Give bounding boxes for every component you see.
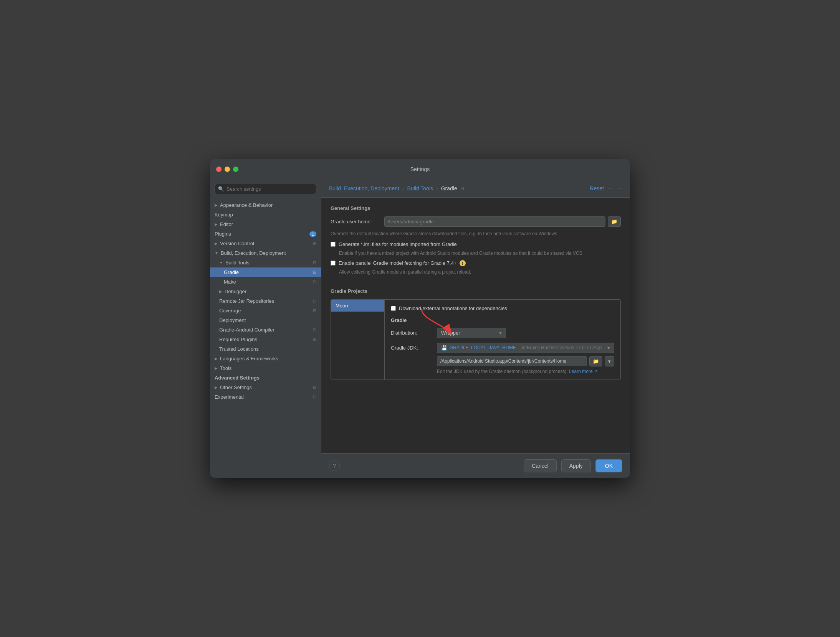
- gradle-user-home-input[interactable]: [384, 216, 605, 227]
- apply-button[interactable]: Apply: [561, 459, 591, 472]
- sidebar-nav: ▶ Appearance & Behavior Keymap ▶ Editor …: [210, 199, 321, 403]
- projects-list: Moon: [331, 300, 385, 380]
- reset-button[interactable]: Reset: [590, 185, 604, 191]
- bottom-bar: ? Cancel Apply OK: [321, 453, 630, 478]
- gradle-jdk-row: Gradle JDK: 💾 GRADLE_LOCAL_JAVA_HOME Jet…: [391, 343, 614, 353]
- project-settings: Download external annotations for depend…: [385, 300, 620, 380]
- repo-icon: ⊟: [313, 270, 316, 275]
- sidebar-item-required-plugins[interactable]: Required Plugins ⊟: [210, 335, 321, 344]
- folder-button[interactable]: 📁: [608, 216, 621, 227]
- gradle-user-home-input-row: 📁: [384, 216, 621, 227]
- ok-button[interactable]: OK: [595, 459, 622, 472]
- content-body: General Settings Gradle user home: 📁 Ove…: [321, 198, 630, 453]
- gradle-subsection-title: Gradle: [391, 317, 614, 323]
- jdk-chevron-icon: ▾: [607, 345, 610, 351]
- sidebar-item-label: Make: [224, 279, 236, 285]
- search-input[interactable]: [227, 186, 313, 192]
- sidebar-item-deployment[interactable]: Deployment: [210, 315, 321, 325]
- distribution-dropdown[interactable]: Wrapper ▾: [437, 328, 506, 338]
- learn-more-link[interactable]: Learn more ↗: [569, 369, 598, 374]
- sidebar-item-keymap[interactable]: Keymap: [210, 210, 321, 219]
- distribution-label: Distribution:: [391, 330, 433, 336]
- sidebar-item-label: Remote Jar Repositories: [219, 298, 274, 304]
- sidebar-item-tools[interactable]: ▶ Tools: [210, 363, 321, 373]
- cancel-button[interactable]: Cancel: [524, 459, 557, 472]
- breadcrumb: Build, Execution, Deployment › Build Too…: [329, 185, 464, 191]
- jdk-hint: Edit the JDK used by the Gradle daemon (…: [391, 369, 614, 374]
- gradle-jdk-dropdown[interactable]: 💾 GRADLE_LOCAL_JAVA_HOME JetBrains Runti…: [437, 343, 614, 353]
- sidebar-item-gradle[interactable]: Gradle ⊟: [210, 267, 321, 277]
- sidebar-item-debugger[interactable]: ▶ Debugger: [210, 287, 321, 296]
- sidebar-item-label: Trusted Locations: [219, 346, 259, 352]
- arrow-icon: ▶: [215, 356, 218, 361]
- window-title: Settings: [410, 166, 430, 172]
- sidebar-item-gradle-android-compiler[interactable]: Gradle-Android Compiler ⊟: [210, 325, 321, 335]
- sidebar-item-experimental[interactable]: Experimental ⊟: [210, 392, 321, 402]
- search-box[interactable]: 🔍: [215, 184, 316, 194]
- arrow-icon: ▶: [219, 289, 222, 294]
- section-divider: [331, 282, 621, 282]
- arrow-icon: ▼: [219, 261, 223, 265]
- sidebar-item-build-exec-deploy[interactable]: ▼ Build, Execution, Deployment: [210, 248, 321, 258]
- sidebar-item-advanced-settings[interactable]: Advanced Settings: [210, 373, 321, 383]
- sidebar-item-trusted-locations[interactable]: Trusted Locations: [210, 344, 321, 354]
- content-header: Build, Execution, Deployment › Build Too…: [321, 179, 630, 198]
- chevron-down-icon: ▾: [499, 330, 502, 336]
- plugins-badge: 1: [309, 231, 316, 237]
- repo-icon: ⊟: [313, 394, 316, 399]
- breadcrumb-icon: ⊟: [460, 186, 464, 191]
- sidebar-item-label: Build Tools: [225, 260, 250, 266]
- breadcrumb-sep: ›: [402, 185, 404, 191]
- sidebar-item-label: Deployment: [219, 317, 246, 323]
- sidebar-item-label: Coverage: [219, 308, 241, 314]
- sidebar-item-label: Appearance & Behavior: [220, 202, 273, 208]
- repo-icon: ⊟: [313, 327, 316, 332]
- general-settings-title: General Settings: [331, 205, 621, 211]
- warning-icon: !: [460, 260, 466, 266]
- minimize-button[interactable]: [225, 167, 230, 172]
- arrow-icon: ▶: [215, 241, 218, 246]
- sidebar-item-label: Plugins: [215, 231, 231, 237]
- titlebar: Settings: [210, 159, 630, 179]
- content-area: Build, Execution, Deployment › Build Too…: [321, 179, 630, 478]
- distribution-row: Distribution: Wrapper ▾: [391, 328, 614, 338]
- breadcrumb-gradle: Gradle: [441, 185, 457, 191]
- sidebar-item-other-settings[interactable]: ▶ Other Settings ⊟: [210, 383, 321, 392]
- arrow-icon: ▼: [215, 251, 218, 255]
- repo-icon: ⊟: [313, 279, 316, 284]
- help-button[interactable]: ?: [329, 460, 340, 471]
- breadcrumb-build-tools[interactable]: Build Tools: [407, 185, 433, 191]
- sidebar-item-remote-jar-repos[interactable]: Remote Jar Repositories ⊟: [210, 296, 321, 306]
- jdk-db-icon: 💾: [441, 345, 447, 351]
- enable-parallel-checkbox[interactable]: [331, 261, 336, 266]
- generate-iml-hint: Enable if you have a mixed project with …: [331, 250, 621, 257]
- sidebar-item-label: Gradle-Android Compiler: [219, 327, 274, 333]
- breadcrumb-build[interactable]: Build, Execution, Deployment: [329, 185, 399, 191]
- jdk-folder-button[interactable]: 📁: [589, 356, 602, 366]
- maximize-button[interactable]: [233, 167, 238, 172]
- gradle-projects-section: Moon Download external annotations for d…: [331, 299, 621, 380]
- sidebar-item-build-tools[interactable]: ▼ Build Tools ⊟: [210, 258, 321, 267]
- sidebar-item-label: Debugger: [225, 289, 246, 294]
- jdk-expand-button[interactable]: ▾: [605, 356, 614, 366]
- jdk-path-input[interactable]: [437, 356, 587, 366]
- close-button[interactable]: [216, 167, 222, 172]
- sidebar-item-version-control[interactable]: ▶ Version Control ⊟: [210, 239, 321, 248]
- gradle-jdk-label: Gradle JDK:: [391, 345, 433, 351]
- sidebar-item-make[interactable]: Make ⊟: [210, 277, 321, 287]
- project-moon[interactable]: Moon: [331, 300, 384, 312]
- forward-button[interactable]: →: [616, 185, 622, 192]
- sidebar-item-plugins[interactable]: Plugins 1: [210, 229, 321, 239]
- sidebar-item-appearance-behavior[interactable]: ▶ Appearance & Behavior: [210, 200, 321, 210]
- jdk-path-row: 📁 ▾: [391, 356, 614, 366]
- download-annotations-checkbox[interactable]: [391, 306, 396, 311]
- sidebar-item-coverage[interactable]: Coverage ⊟: [210, 306, 321, 315]
- arrow-icon: ▶: [215, 366, 218, 370]
- sidebar-item-languages-frameworks[interactable]: ▶ Languages & Frameworks: [210, 354, 321, 363]
- back-button[interactable]: ←: [607, 185, 613, 192]
- sidebar-item-label: Advanced Settings: [215, 375, 260, 381]
- sidebar-item-editor[interactable]: ▶ Editor: [210, 219, 321, 229]
- sidebar-item-label: Build, Execution, Deployment: [221, 250, 286, 256]
- generate-iml-checkbox[interactable]: [331, 242, 336, 247]
- sidebar: 🔍 ▶ Appearance & Behavior Keymap ▶ Edito…: [210, 179, 321, 478]
